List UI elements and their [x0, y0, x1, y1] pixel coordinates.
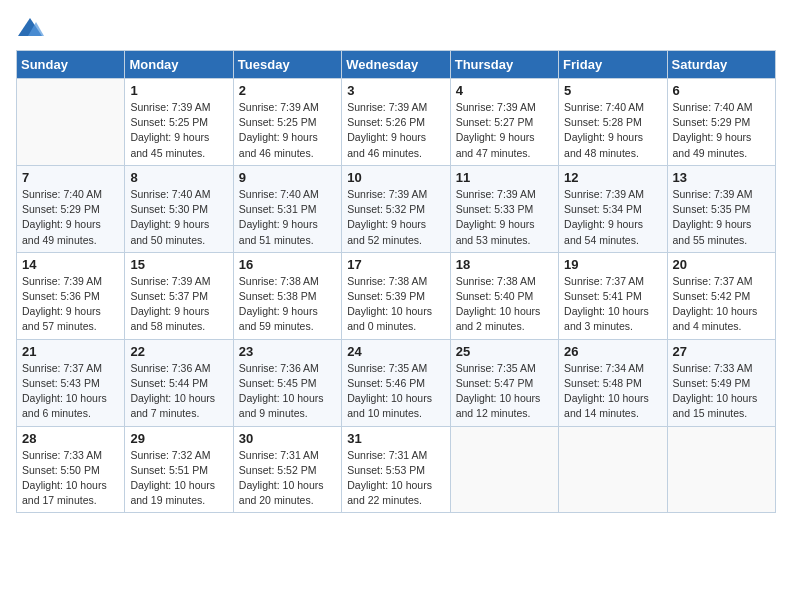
logo [16, 16, 48, 40]
day-header-sunday: Sunday [17, 51, 125, 79]
calendar-cell: 6Sunrise: 7:40 AMSunset: 5:29 PMDaylight… [667, 79, 775, 166]
calendar-cell: 8Sunrise: 7:40 AMSunset: 5:30 PMDaylight… [125, 165, 233, 252]
calendar-cell: 1Sunrise: 7:39 AMSunset: 5:25 PMDaylight… [125, 79, 233, 166]
day-number: 28 [22, 431, 119, 446]
calendar-cell: 24Sunrise: 7:35 AMSunset: 5:46 PMDayligh… [342, 339, 450, 426]
header [16, 16, 776, 40]
calendar-week-row: 14Sunrise: 7:39 AMSunset: 5:36 PMDayligh… [17, 252, 776, 339]
calendar-cell: 23Sunrise: 7:36 AMSunset: 5:45 PMDayligh… [233, 339, 341, 426]
day-number: 30 [239, 431, 336, 446]
day-number: 23 [239, 344, 336, 359]
day-info: Sunrise: 7:33 AMSunset: 5:49 PMDaylight:… [673, 361, 770, 422]
calendar-header-row: SundayMondayTuesdayWednesdayThursdayFrid… [17, 51, 776, 79]
day-info: Sunrise: 7:31 AMSunset: 5:53 PMDaylight:… [347, 448, 444, 509]
day-number: 4 [456, 83, 553, 98]
calendar-week-row: 28Sunrise: 7:33 AMSunset: 5:50 PMDayligh… [17, 426, 776, 513]
calendar-cell [17, 79, 125, 166]
day-info: Sunrise: 7:35 AMSunset: 5:47 PMDaylight:… [456, 361, 553, 422]
calendar-cell: 28Sunrise: 7:33 AMSunset: 5:50 PMDayligh… [17, 426, 125, 513]
day-number: 13 [673, 170, 770, 185]
day-info: Sunrise: 7:37 AMSunset: 5:42 PMDaylight:… [673, 274, 770, 335]
day-info: Sunrise: 7:36 AMSunset: 5:45 PMDaylight:… [239, 361, 336, 422]
day-number: 11 [456, 170, 553, 185]
calendar-cell: 18Sunrise: 7:38 AMSunset: 5:40 PMDayligh… [450, 252, 558, 339]
day-number: 6 [673, 83, 770, 98]
calendar-cell: 7Sunrise: 7:40 AMSunset: 5:29 PMDaylight… [17, 165, 125, 252]
day-info: Sunrise: 7:39 AMSunset: 5:34 PMDaylight:… [564, 187, 661, 248]
day-info: Sunrise: 7:33 AMSunset: 5:50 PMDaylight:… [22, 448, 119, 509]
day-info: Sunrise: 7:38 AMSunset: 5:39 PMDaylight:… [347, 274, 444, 335]
day-info: Sunrise: 7:37 AMSunset: 5:41 PMDaylight:… [564, 274, 661, 335]
day-number: 25 [456, 344, 553, 359]
calendar-cell: 5Sunrise: 7:40 AMSunset: 5:28 PMDaylight… [559, 79, 667, 166]
calendar-week-row: 7Sunrise: 7:40 AMSunset: 5:29 PMDaylight… [17, 165, 776, 252]
day-info: Sunrise: 7:32 AMSunset: 5:51 PMDaylight:… [130, 448, 227, 509]
calendar-cell: 15Sunrise: 7:39 AMSunset: 5:37 PMDayligh… [125, 252, 233, 339]
day-number: 26 [564, 344, 661, 359]
day-info: Sunrise: 7:39 AMSunset: 5:25 PMDaylight:… [130, 100, 227, 161]
calendar-cell: 21Sunrise: 7:37 AMSunset: 5:43 PMDayligh… [17, 339, 125, 426]
day-info: Sunrise: 7:39 AMSunset: 5:37 PMDaylight:… [130, 274, 227, 335]
day-number: 27 [673, 344, 770, 359]
day-number: 1 [130, 83, 227, 98]
calendar-cell: 3Sunrise: 7:39 AMSunset: 5:26 PMDaylight… [342, 79, 450, 166]
day-header-wednesday: Wednesday [342, 51, 450, 79]
day-header-saturday: Saturday [667, 51, 775, 79]
day-number: 10 [347, 170, 444, 185]
day-info: Sunrise: 7:39 AMSunset: 5:36 PMDaylight:… [22, 274, 119, 335]
day-info: Sunrise: 7:31 AMSunset: 5:52 PMDaylight:… [239, 448, 336, 509]
day-info: Sunrise: 7:40 AMSunset: 5:28 PMDaylight:… [564, 100, 661, 161]
day-header-monday: Monday [125, 51, 233, 79]
calendar-cell: 29Sunrise: 7:32 AMSunset: 5:51 PMDayligh… [125, 426, 233, 513]
day-info: Sunrise: 7:40 AMSunset: 5:29 PMDaylight:… [673, 100, 770, 161]
calendar-cell: 13Sunrise: 7:39 AMSunset: 5:35 PMDayligh… [667, 165, 775, 252]
day-info: Sunrise: 7:39 AMSunset: 5:26 PMDaylight:… [347, 100, 444, 161]
day-number: 3 [347, 83, 444, 98]
day-info: Sunrise: 7:34 AMSunset: 5:48 PMDaylight:… [564, 361, 661, 422]
day-number: 7 [22, 170, 119, 185]
day-info: Sunrise: 7:40 AMSunset: 5:29 PMDaylight:… [22, 187, 119, 248]
day-number: 16 [239, 257, 336, 272]
day-number: 2 [239, 83, 336, 98]
calendar-cell: 10Sunrise: 7:39 AMSunset: 5:32 PMDayligh… [342, 165, 450, 252]
calendar-cell: 22Sunrise: 7:36 AMSunset: 5:44 PMDayligh… [125, 339, 233, 426]
calendar-week-row: 1Sunrise: 7:39 AMSunset: 5:25 PMDaylight… [17, 79, 776, 166]
day-info: Sunrise: 7:38 AMSunset: 5:38 PMDaylight:… [239, 274, 336, 335]
day-number: 18 [456, 257, 553, 272]
calendar-cell: 4Sunrise: 7:39 AMSunset: 5:27 PMDaylight… [450, 79, 558, 166]
day-header-thursday: Thursday [450, 51, 558, 79]
calendar-cell: 14Sunrise: 7:39 AMSunset: 5:36 PMDayligh… [17, 252, 125, 339]
calendar-table: SundayMondayTuesdayWednesdayThursdayFrid… [16, 50, 776, 513]
calendar-cell [667, 426, 775, 513]
calendar-cell: 30Sunrise: 7:31 AMSunset: 5:52 PMDayligh… [233, 426, 341, 513]
day-number: 31 [347, 431, 444, 446]
calendar-body: 1Sunrise: 7:39 AMSunset: 5:25 PMDaylight… [17, 79, 776, 513]
calendar-cell: 2Sunrise: 7:39 AMSunset: 5:25 PMDaylight… [233, 79, 341, 166]
day-number: 15 [130, 257, 227, 272]
day-info: Sunrise: 7:36 AMSunset: 5:44 PMDaylight:… [130, 361, 227, 422]
calendar-cell: 31Sunrise: 7:31 AMSunset: 5:53 PMDayligh… [342, 426, 450, 513]
day-info: Sunrise: 7:40 AMSunset: 5:30 PMDaylight:… [130, 187, 227, 248]
day-number: 12 [564, 170, 661, 185]
calendar-cell: 20Sunrise: 7:37 AMSunset: 5:42 PMDayligh… [667, 252, 775, 339]
day-number: 19 [564, 257, 661, 272]
day-number: 17 [347, 257, 444, 272]
day-number: 22 [130, 344, 227, 359]
day-header-tuesday: Tuesday [233, 51, 341, 79]
calendar-cell: 27Sunrise: 7:33 AMSunset: 5:49 PMDayligh… [667, 339, 775, 426]
logo-icon [16, 16, 44, 40]
day-info: Sunrise: 7:38 AMSunset: 5:40 PMDaylight:… [456, 274, 553, 335]
calendar-cell: 16Sunrise: 7:38 AMSunset: 5:38 PMDayligh… [233, 252, 341, 339]
calendar-cell [450, 426, 558, 513]
calendar-cell: 11Sunrise: 7:39 AMSunset: 5:33 PMDayligh… [450, 165, 558, 252]
day-number: 14 [22, 257, 119, 272]
day-number: 24 [347, 344, 444, 359]
calendar-cell: 12Sunrise: 7:39 AMSunset: 5:34 PMDayligh… [559, 165, 667, 252]
day-info: Sunrise: 7:35 AMSunset: 5:46 PMDaylight:… [347, 361, 444, 422]
day-info: Sunrise: 7:39 AMSunset: 5:35 PMDaylight:… [673, 187, 770, 248]
calendar-cell: 19Sunrise: 7:37 AMSunset: 5:41 PMDayligh… [559, 252, 667, 339]
day-number: 9 [239, 170, 336, 185]
day-info: Sunrise: 7:39 AMSunset: 5:25 PMDaylight:… [239, 100, 336, 161]
calendar-cell: 26Sunrise: 7:34 AMSunset: 5:48 PMDayligh… [559, 339, 667, 426]
day-info: Sunrise: 7:39 AMSunset: 5:27 PMDaylight:… [456, 100, 553, 161]
